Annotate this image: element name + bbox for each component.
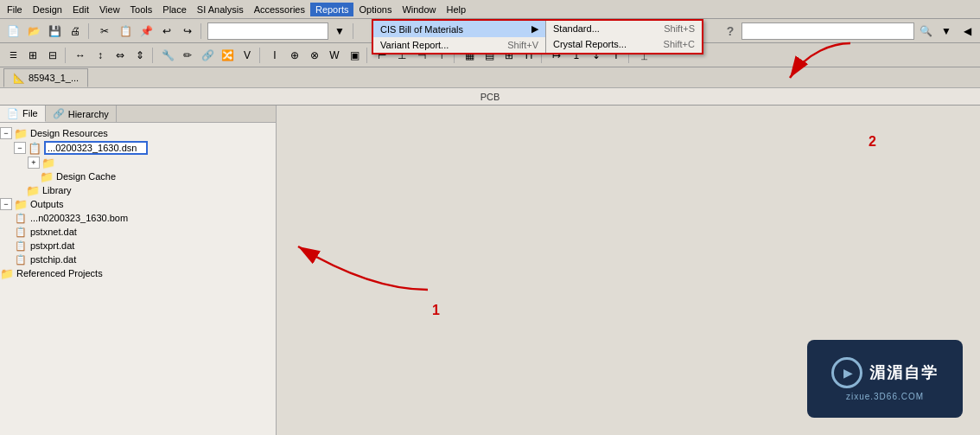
- expander-schematic[interactable]: +: [28, 157, 40, 169]
- file-icon-panel: 📄: [7, 108, 19, 119]
- file-icon-pstxnet: 📋: [14, 226, 28, 238]
- panel-tabs: 📄 File 🔗 Hierarchy: [0, 106, 276, 123]
- dropdown-submenu-container: CIS Bill of Materials ▶ Variant Report..…: [373, 21, 702, 53]
- btn-search[interactable]: 🔍: [916, 22, 935, 41]
- btn-t8[interactable]: 🔧: [158, 46, 177, 65]
- btn-t1[interactable]: ☰: [3, 46, 22, 65]
- file-tree: − 📁 Design Resources − 📋 ...0200323_1630…: [0, 123, 276, 284]
- btn-t2[interactable]: ⊞: [23, 46, 42, 65]
- btn-t5[interactable]: ↕: [91, 46, 110, 65]
- btn-new[interactable]: 📄: [3, 22, 22, 41]
- btn-dropdown[interactable]: ▼: [330, 22, 349, 41]
- dropdown-standard[interactable]: Standard... Shift+S: [546, 21, 702, 36]
- tree-item-schematic[interactable]: + 📁: [0, 156, 276, 170]
- tree-item-outputs[interactable]: − 📁 Outputs: [0, 197, 276, 211]
- tree-item-library[interactable]: 📁 Library: [0, 183, 276, 197]
- tree-item-bom[interactable]: 📋 ...n0200323_1630.bom: [0, 211, 276, 225]
- btn-t10[interactable]: 🔗: [198, 46, 217, 65]
- btn-t12[interactable]: V: [238, 46, 257, 65]
- btn-t6[interactable]: ⇔: [111, 46, 130, 65]
- btn-t9[interactable]: ✏: [178, 46, 197, 65]
- menu-tools[interactable]: Tools: [125, 3, 158, 16]
- tree-item-pstxprt[interactable]: 📋 pstxprt.dat: [0, 239, 276, 253]
- watermark-inner: ▶ 湄湄自学: [831, 357, 939, 388]
- btn-t4[interactable]: ↔: [71, 46, 90, 65]
- btn-help[interactable]: ?: [721, 22, 740, 41]
- folder-icon-cache: 📁: [40, 170, 54, 182]
- btn-print[interactable]: 🖨: [66, 22, 85, 41]
- file-icon-bom: 📋: [14, 212, 28, 224]
- label-bom: ...n0200323_1630.bom: [30, 213, 128, 223]
- btn-save[interactable]: 💾: [45, 22, 64, 41]
- folder-icon-library: 📁: [26, 184, 40, 196]
- variant-report-shortcut: Shift+V: [507, 40, 538, 50]
- dropdown-crystal-reports[interactable]: Crystal Reports... Shift+C: [546, 36, 702, 52]
- btn-cut[interactable]: ✂: [95, 22, 114, 41]
- cis-bom-label: CIS Bill of Materials: [380, 24, 463, 35]
- menu-design[interactable]: Design: [28, 3, 67, 16]
- search-input[interactable]: [207, 22, 328, 40]
- tree-item-dsn[interactable]: − 📋 ...0200323_1630.dsn: [0, 140, 276, 156]
- dropdown-left-column: CIS Bill of Materials ▶ Variant Report..…: [373, 21, 546, 53]
- tree-item-design-resources[interactable]: − 📁 Design Resources: [0, 126, 276, 140]
- panel-tab-hierarchy[interactable]: 🔗 Hierarchy: [46, 106, 117, 122]
- menu-edit[interactable]: Edit: [67, 3, 94, 16]
- dropdown-cis-bom[interactable]: CIS Bill of Materials ▶: [373, 21, 545, 37]
- reports-dropdown: CIS Bill of Materials ▶ Variant Report..…: [372, 19, 703, 54]
- tree-item-referenced[interactable]: 📁 Referenced Projects: [0, 266, 276, 280]
- menu-accessories[interactable]: Accessories: [249, 3, 310, 16]
- expander-design-resources[interactable]: −: [0, 127, 12, 139]
- t-sep-4: [366, 48, 370, 63]
- btn-t13[interactable]: I: [265, 46, 284, 65]
- btn-t17[interactable]: ▣: [345, 46, 364, 65]
- menu-reports[interactable]: Reports: [310, 3, 354, 16]
- menu-help[interactable]: Help: [442, 3, 472, 16]
- menu-options[interactable]: Options: [353, 3, 397, 16]
- expander-outputs[interactable]: −: [0, 198, 12, 210]
- btn-undo[interactable]: ↩: [157, 22, 176, 41]
- search-box[interactable]: [741, 22, 914, 40]
- btn-t3[interactable]: ⊟: [43, 46, 62, 65]
- btn-redo[interactable]: ↪: [178, 22, 197, 41]
- toolbar-sep-1: [88, 23, 92, 39]
- btn-copy[interactable]: 📋: [116, 22, 135, 41]
- btn-t14[interactable]: ⊕: [285, 46, 304, 65]
- btn-paste[interactable]: 📌: [137, 22, 156, 41]
- dropdown-variant-report[interactable]: Variant Report... Shift+V: [373, 37, 545, 53]
- folder-icon-design-resources: 📁: [14, 127, 28, 139]
- tree-item-design-cache[interactable]: 📁 Design Cache: [0, 170, 276, 183]
- folder-icon-schematic: 📁: [41, 157, 55, 169]
- folder-icon-referenced: 📁: [0, 267, 14, 279]
- btn-nav-back[interactable]: ◀: [958, 22, 977, 41]
- toolbar-sep-3: [353, 23, 356, 39]
- variant-report-label: Variant Report...: [380, 40, 449, 50]
- tab-icon: 📐: [13, 73, 25, 84]
- label-outputs: Outputs: [30, 199, 64, 209]
- btn-t11[interactable]: 🔀: [218, 46, 237, 65]
- label-dsn[interactable]: ...0200323_1630.dsn: [44, 141, 148, 155]
- tab-main[interactable]: 📐 85943_1_...: [3, 68, 88, 87]
- menu-file[interactable]: File: [2, 3, 28, 16]
- tree-item-pstxnet[interactable]: 📋 pstxnet.dat: [0, 225, 276, 239]
- menu-bar: File Design Edit View Tools Place SI Ana…: [0, 0, 980, 19]
- cis-bom-arrow: ▶: [531, 23, 538, 35]
- watermark-url: zixue.3D66.COM: [846, 392, 924, 401]
- menu-view[interactable]: View: [94, 3, 125, 16]
- hierarchy-icon: 🔗: [53, 108, 65, 119]
- t-sep-2: [152, 48, 156, 63]
- btn-t7[interactable]: ⇕: [130, 46, 150, 65]
- menu-place[interactable]: Place: [157, 3, 192, 16]
- watermark: ▶ 湄湄自学 zixue.3D66.COM: [807, 340, 963, 418]
- btn-search-options[interactable]: ▼: [937, 22, 956, 41]
- tree-item-pstchip[interactable]: 📋 pstchip.dat: [0, 253, 276, 266]
- btn-t15[interactable]: ⊗: [305, 46, 324, 65]
- menu-si-analysis[interactable]: SI Analysis: [192, 3, 249, 16]
- dropdown-right-column: Standard... Shift+S Crystal Reports... S…: [546, 21, 702, 53]
- label-pstchip: pstchip.dat: [30, 254, 76, 265]
- menu-window[interactable]: Window: [397, 3, 441, 16]
- btn-open[interactable]: 📂: [24, 22, 43, 41]
- crystal-reports-shortcut: Shift+C: [664, 39, 695, 49]
- expander-dsn[interactable]: −: [14, 142, 26, 154]
- btn-t16[interactable]: W: [325, 46, 344, 65]
- panel-tab-file[interactable]: 📄 File: [0, 106, 46, 122]
